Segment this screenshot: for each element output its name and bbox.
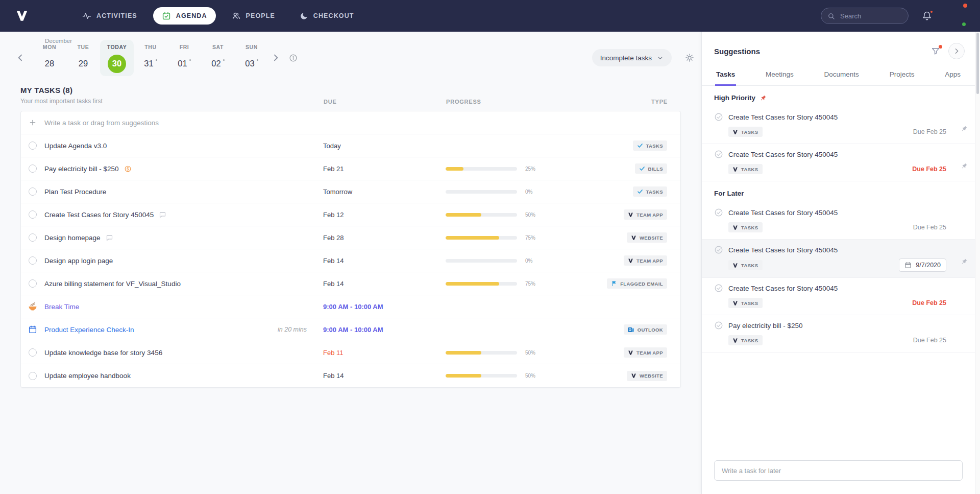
type-badge: TASKS <box>633 186 668 197</box>
task-row[interactable]: Azure billing statement for VF_Visual_St… <box>21 272 680 295</box>
date-cell-30[interactable]: TODAY30 <box>100 40 134 76</box>
suggestions-title: Suggestions <box>714 47 931 56</box>
tasks-header-row: Your most important tasks first DUE PROG… <box>20 98 681 105</box>
chevron-right-icon <box>952 47 961 55</box>
pin-icon <box>760 95 767 102</box>
task-type: OUTLOOK <box>574 324 680 335</box>
date-cell-02[interactable]: SAT02 <box>201 40 235 76</box>
task-row[interactable]: Create Test Cases for Story 450045Feb 12… <box>21 203 680 226</box>
section-heading: High Priority <box>702 86 975 107</box>
task-row[interactable]: Update Agenda v3.0TodayTASKS <box>21 134 680 157</box>
progress-percent: 0% <box>525 189 532 195</box>
type-badge: TASKS <box>633 140 668 151</box>
date-cell-31[interactable]: THU31 <box>134 40 167 76</box>
task-type: FLAGGED EMAIL <box>574 278 680 289</box>
task-checkbox[interactable] <box>29 372 37 380</box>
daily-briefing-sun-icon[interactable] <box>685 53 694 62</box>
task-type: WEBSITE <box>574 371 680 381</box>
nav-item-people[interactable]: PEOPLE <box>223 7 284 25</box>
tab-projects[interactable]: Projects <box>889 66 916 86</box>
task-row[interactable]: Update knowledge base for story 3456Feb … <box>21 341 680 364</box>
tab-meetings[interactable]: Meetings <box>765 66 795 86</box>
due-label: Due Feb 25 <box>913 337 946 344</box>
filter-button[interactable] <box>931 46 940 56</box>
nav-item-checkout[interactable]: CHECKOUT <box>291 8 363 25</box>
task-checkbox[interactable] <box>29 233 37 242</box>
suggestion-item[interactable]: Create Test Cases for Story 450045TASKSD… <box>702 278 975 315</box>
nav-item-agenda[interactable]: AGENDA <box>153 7 216 25</box>
circle-check-icon <box>714 245 723 254</box>
task-row[interactable]: Update employee handbookFeb 1450%WEBSITE <box>21 364 680 387</box>
suggestion-item[interactable]: Pay electricity bill - $250TASKSDue Feb … <box>702 315 975 352</box>
due-date-picker[interactable]: 9/7/2020 <box>899 258 946 272</box>
task-type: WEBSITE <box>574 232 680 243</box>
task-row[interactable]: Product Experience Check-Inin 20 mins9:0… <box>21 318 680 341</box>
due-label: Due Feb 25 <box>912 166 946 173</box>
task-due: 9:00 AM - 10:00 AM <box>323 326 446 334</box>
tab-tasks[interactable]: Tasks <box>715 66 736 86</box>
add-task-row[interactable]: Write a task or drag from suggestions <box>21 111 680 134</box>
type-badge: TASKS <box>728 298 763 308</box>
suggestions-sidebar: Suggestions TasksMeetingsDocumentsProjec… <box>701 32 975 494</box>
task-checkbox[interactable] <box>29 187 37 196</box>
task-row[interactable]: Plan Test ProcedureTomorrow0%TASKS <box>21 180 680 203</box>
date-cell-03[interactable]: SUN03 <box>235 40 268 76</box>
outlook-icon <box>628 326 634 333</box>
month-label: December <box>45 38 72 44</box>
filter-alert-dot <box>939 45 942 49</box>
app-root: ACTIVITIESAGENDAPEOPLECHECKOUT December <box>0 0 980 494</box>
task-type: TASKS <box>574 186 680 197</box>
task-checkbox[interactable] <box>29 256 37 265</box>
notification-dot <box>929 10 934 14</box>
calendar-gray-icon <box>904 262 912 269</box>
info-icon[interactable] <box>289 54 298 62</box>
day-strip: MON28TUE29TODAY30THU31FRI01SAT02SUN03 <box>33 40 268 76</box>
date-cell-01[interactable]: FRI01 <box>167 40 201 76</box>
date-cell-28[interactable]: MON28 <box>33 40 66 76</box>
task-checkbox[interactable] <box>29 142 37 150</box>
user-avatar[interactable] <box>945 6 966 26</box>
tab-apps[interactable]: Apps <box>944 66 962 86</box>
task-checkbox[interactable] <box>29 348 37 357</box>
pin-icon <box>961 162 968 170</box>
next-week-button[interactable] <box>268 51 283 65</box>
check-blue-icon <box>639 166 645 172</box>
task-row[interactable]: Design app login pageFeb 140%TEAM APP <box>21 249 680 272</box>
task-checkbox[interactable] <box>29 210 37 219</box>
primary-nav: ACTIVITIESAGENDAPEOPLECHECKOUT <box>74 7 363 25</box>
progress-percent: 50% <box>525 212 535 218</box>
write-task-for-later-input[interactable] <box>714 460 963 481</box>
scrollbar[interactable] <box>975 32 980 494</box>
suggestion-item[interactable]: Create Test Cases for Story 450045TASKSD… <box>702 202 975 240</box>
task-checkbox[interactable] <box>29 164 37 173</box>
activity-icon <box>82 11 91 20</box>
suggestion-item[interactable]: Create Test Cases for Story 450045TASKS9… <box>702 240 975 278</box>
prev-week-button[interactable] <box>13 51 28 65</box>
suggestion-item[interactable]: Create Test Cases for Story 450045TASKSD… <box>702 107 975 144</box>
task-row[interactable]: Pay electricity bill - $250Feb 2125%BILL… <box>21 157 680 180</box>
type-badge: WEBSITE <box>627 232 667 243</box>
task-filter-dropdown[interactable]: Incomplete tasks <box>592 49 672 66</box>
suggestion-title: Pay electricity bill - $250 <box>728 322 803 330</box>
suggestion-item[interactable]: Create Test Cases for Story 450045TASKSD… <box>702 144 975 181</box>
logo-mark-icon <box>732 263 738 268</box>
suggestion-title: Create Test Cases for Story 450045 <box>728 209 838 217</box>
progress-percent: 0% <box>525 258 532 264</box>
agenda-calendar-icon <box>162 11 171 20</box>
task-checkbox[interactable] <box>29 279 37 288</box>
task-row[interactable]: Design homepageFeb 2875%WEBSITE <box>21 226 680 249</box>
collapse-sidebar-button[interactable] <box>948 43 965 59</box>
task-due: 9:00 AM - 10:00 AM <box>323 303 446 311</box>
task-title: Update employee handbook <box>44 372 131 380</box>
type-badge: FLAGGED EMAIL <box>607 278 667 289</box>
notifications-button[interactable] <box>922 11 932 21</box>
nav-item-activities[interactable]: ACTIVITIES <box>74 7 146 25</box>
progress-bar <box>446 282 517 286</box>
tab-documents[interactable]: Documents <box>823 66 860 86</box>
scrollbar-thumb[interactable] <box>976 33 979 94</box>
search-box[interactable] <box>821 8 909 24</box>
date-cell-29[interactable]: TUE29 <box>66 40 100 76</box>
task-row[interactable]: Break Time9:00 AM - 10:00 AM <box>21 295 680 318</box>
search-input[interactable] <box>839 12 902 20</box>
task-progress: 50% <box>446 350 574 356</box>
